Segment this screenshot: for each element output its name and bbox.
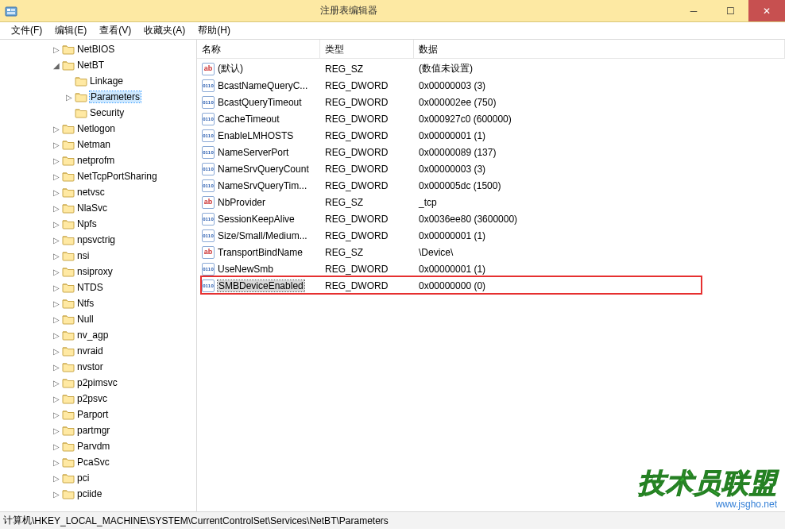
minimize-button[interactable]: ─ [675,0,712,21]
folder-icon [62,171,75,182]
column-header-name[interactable]: 名称 [197,40,320,58]
tree-item[interactable]: ▷p2pimsvc [0,375,197,391]
expander-closed-icon[interactable]: ▷ [51,268,62,276]
tree-item[interactable]: ▷Ntfs [0,295,197,311]
list-row[interactable]: 011 0NameSrvQueryCountREG_DWORD0x0000000… [197,160,785,177]
list-row[interactable]: 011 0NameSrvQueryTim...REG_DWORD0x000005… [197,177,785,194]
cell-data: 0x00000001 (1) [414,230,785,241]
value-name: EnableLMHOSTS [218,130,293,141]
expander-closed-icon[interactable]: ▷ [51,395,62,403]
tree-item[interactable]: ▷nvraid [0,343,197,359]
expander-closed-icon[interactable]: ▷ [51,347,62,356]
tree-item[interactable]: ▷npsvctrig [0,232,197,248]
list-row[interactable]: 011 0UseNewSmbREG_DWORD0x00000001 (1) [197,260,785,277]
expander-closed-icon[interactable]: ▷ [51,188,62,197]
svg-rect-1 [7,9,10,11]
folder-icon [62,409,75,420]
tree-item[interactable]: ▷NTDS [0,279,197,295]
tree-item[interactable]: ▷Netman [0,137,197,152]
menu-favorites[interactable]: 收藏夹(A) [137,22,191,39]
expander-closed-icon[interactable]: ▷ [51,204,62,213]
tree-item-label: NlaSvc [77,202,107,214]
tree-item[interactable]: ▷Npfs [0,216,197,232]
list-row[interactable]: abNbProviderREG_SZ_tcp [197,194,785,210]
tree-pane[interactable]: ▷NetBIOS◢NetBTLinkage▷ParametersSecurity… [0,40,197,511]
tree-item[interactable]: ▷partmgr [0,422,197,438]
list-row[interactable]: 011 0NameServerPortREG_DWORD0x00000089 (… [197,144,785,160]
expander-closed-icon[interactable]: ▷ [51,156,62,165]
expander-closed-icon[interactable]: ▷ [51,458,62,467]
reg-binary-icon: 011 0 [202,79,215,92]
folder-icon [75,107,87,118]
expander-closed-icon[interactable]: ▷ [51,252,62,260]
cell-name: 011 0NameServerPort [197,146,320,159]
expander-closed-icon[interactable]: ▷ [51,45,62,54]
tree-item[interactable]: ▷netprofm [0,152,197,168]
folder-icon [62,361,75,372]
cell-type: REG_DWORD [320,147,414,158]
expander-closed-icon[interactable]: ▷ [51,236,62,245]
expander-closed-icon[interactable]: ▷ [51,490,62,499]
column-header-type[interactable]: 类型 [320,40,414,58]
maximize-button[interactable]: ☐ [712,0,748,21]
cell-data: (数值未设置) [414,62,785,75]
tree-item[interactable]: ▷nsi [0,248,197,264]
list-row[interactable]: ab(默认)REG_SZ(数值未设置) [197,60,785,77]
tree-item[interactable]: ▷Null [0,311,197,327]
tree-item[interactable]: ▷netvsc [0,184,197,200]
tree-item[interactable]: ▷Parameters [0,89,197,105]
expander-closed-icon[interactable]: ▷ [64,93,75,102]
cell-name: 011 0BcastNameQueryC... [197,79,320,92]
close-button[interactable]: ✕ [748,0,785,21]
expander-closed-icon[interactable]: ▷ [51,426,62,435]
cell-type: REG_DWORD [320,164,414,175]
list-row[interactable]: 011 0SMBDeviceEnabledREG_DWORD0x00000000… [197,277,785,294]
tree-item[interactable]: ▷pci [0,470,197,486]
tree-item[interactable]: ▷NetBIOS [0,41,197,57]
tree-item[interactable]: ▷NlaSvc [0,200,197,216]
list-row[interactable]: 011 0CacheTimeoutREG_DWORD0x000927c0 (60… [197,110,785,127]
expander-closed-icon[interactable]: ▷ [51,442,62,451]
expander-closed-icon[interactable]: ▷ [51,299,62,308]
list-row[interactable]: 011 0BcastNameQueryC...REG_DWORD0x000000… [197,77,785,94]
list-row[interactable]: abTransportBindNameREG_SZ\Device\ [197,244,785,260]
menu-help[interactable]: 帮助(H) [191,22,237,39]
tree-item[interactable]: ▷pciide [0,486,197,502]
expander-closed-icon[interactable]: ▷ [51,141,62,149]
tree-item[interactable]: ▷NetTcpPortSharing [0,168,197,184]
tree-item[interactable]: ▷PcaSvc [0,454,197,470]
tree-item-label: Linkage [90,75,123,87]
expander-open-icon[interactable]: ◢ [51,61,62,70]
reg-binary-icon: 011 0 [202,146,215,159]
expander-closed-icon[interactable]: ▷ [51,283,62,292]
tree-item[interactable]: ◢NetBT [0,57,197,73]
expander-closed-icon[interactable]: ▷ [51,363,62,372]
column-header-data[interactable]: 数据 [414,40,785,58]
menu-view[interactable]: 查看(V) [93,22,137,39]
expander-closed-icon[interactable]: ▷ [51,474,62,483]
tree-item[interactable]: ▷Parvdm [0,438,197,454]
tree-item[interactable]: Linkage [0,73,197,89]
tree-item[interactable]: ▷Netlogon [0,121,197,137]
expander-closed-icon[interactable]: ▷ [51,379,62,387]
tree-item[interactable]: ▷p2psvc [0,391,197,407]
expander-closed-icon[interactable]: ▷ [51,220,62,229]
list-row[interactable]: 011 0BcastQueryTimeoutREG_DWORD0x000002e… [197,94,785,110]
tree-item[interactable]: Security [0,105,197,121]
tree-item[interactable]: ▷Parport [0,407,197,422]
list-row[interactable]: 011 0SessionKeepAliveREG_DWORD0x0036ee80… [197,210,785,227]
expander-closed-icon[interactable]: ▷ [51,411,62,419]
expander-closed-icon[interactable]: ▷ [51,172,62,181]
tree-item-label: netprofm [77,155,114,166]
list-row[interactable]: 011 0Size/Small/Medium...REG_DWORD0x0000… [197,227,785,244]
list-header: 名称 类型 数据 [197,40,785,59]
expander-closed-icon[interactable]: ▷ [51,315,62,324]
tree-item[interactable]: ▷nvstor [0,359,197,375]
list-row[interactable]: 011 0EnableLMHOSTSREG_DWORD0x00000001 (1… [197,127,785,144]
menu-edit[interactable]: 编辑(E) [48,22,93,39]
menu-file[interactable]: 文件(F) [5,22,48,39]
expander-closed-icon[interactable]: ▷ [51,125,62,133]
tree-item[interactable]: ▷nv_agp [0,327,197,343]
tree-item[interactable]: ▷nsiproxy [0,264,197,279]
expander-closed-icon[interactable]: ▷ [51,331,62,340]
